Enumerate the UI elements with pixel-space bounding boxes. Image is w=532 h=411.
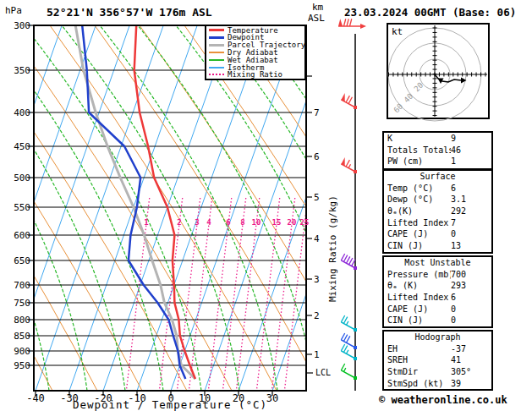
stat-value: 292	[451, 206, 488, 217]
temp-tick-label: -30	[56, 392, 83, 404]
stat-row: Lifted Index7	[384, 217, 491, 229]
most-unstable-box: Most Unstable Pressure (mb)700θₑ (K)293L…	[382, 255, 493, 328]
mixing-ratio-value-label: 20	[285, 218, 299, 227]
temperature-line	[134, 25, 195, 379]
stat-value: 700	[451, 269, 488, 281]
km-tick-label: 2	[314, 310, 320, 321]
stat-label: CAPE (J)	[387, 304, 451, 315]
temp-tick-label: 0	[157, 392, 184, 404]
stat-value: 6	[451, 183, 488, 195]
mixing-ratio-axis-label: Mixing Ratio (g/kg)	[327, 195, 338, 302]
stat-label: CAPE (J)	[387, 228, 451, 240]
wind-barb	[341, 93, 357, 109]
stat-value: 305°	[451, 366, 488, 378]
stat-label: Lifted Index	[387, 217, 451, 229]
pressure-tick-label: 950	[5, 360, 30, 371]
stat-label: EH	[387, 343, 451, 355]
indices-rows: K9Totals Totals46PW (cm)1	[384, 133, 491, 167]
stat-value: -37	[451, 343, 488, 355]
pressure-tick-label: 550	[5, 202, 30, 213]
temperature-line-swatch	[209, 29, 224, 31]
wind-barb	[341, 254, 357, 270]
asl-axis-unit: ASL	[308, 13, 325, 24]
km-tick-label: 5	[314, 192, 320, 203]
stat-value: 0	[451, 304, 488, 315]
stat-row: StmDir305°	[384, 366, 491, 378]
hodograph-unit-label: kt	[392, 26, 403, 37]
hodograph-stats-rows: EH-37SREH41StmDir305°StmSpd (kt)39	[384, 343, 491, 390]
temp-tick-label: 10	[191, 392, 218, 404]
stat-label: θₑ (K)	[387, 280, 451, 292]
stat-label: θₑ(K)	[387, 206, 451, 217]
stat-label: Lifted Index	[387, 292, 451, 304]
temp-tick-label: -20	[90, 392, 117, 404]
stat-row: Temp (°C)6	[384, 183, 491, 195]
dry-adiabat-line-swatch	[209, 52, 224, 53]
km-tick-label: 7	[314, 107, 320, 118]
km-tick-label: 1	[314, 349, 320, 360]
stat-row: Lifted Index6	[384, 292, 491, 304]
stat-value: 7	[451, 217, 488, 229]
km-axis-unit: km	[312, 2, 323, 13]
sounding-page: hPa 52°21'N 356°57'W 176m ASL km ASL 23.…	[0, 0, 532, 411]
stat-value: 293	[451, 280, 488, 292]
stat-label: SREH	[387, 354, 451, 366]
stat-label: Pressure (mb)	[387, 269, 451, 281]
mixing-ratio-value-label: 25	[298, 218, 311, 227]
pressure-tick-label: 650	[5, 255, 30, 266]
stat-row: PW (cm)1	[384, 156, 491, 167]
stat-label: StmSpd (kt)	[387, 378, 451, 390]
stat-label: Dewp (°C)	[387, 194, 451, 206]
stat-row: θₑ (K)293	[384, 280, 491, 292]
stat-label: CIN (J)	[387, 240, 451, 252]
pressure-tick-label: 300	[5, 20, 30, 31]
most-unstable-box-title: Most Unstable	[384, 257, 491, 269]
stat-label: Temp (°C)	[387, 183, 451, 195]
pressure-tick-label: 400	[5, 107, 30, 118]
temp-tick-label: 20	[225, 392, 252, 404]
most-unstable-rows: Pressure (mb)700θₑ (K)293Lifted Index6CA…	[384, 269, 491, 326]
surface-rows: Temp (°C)6Dewp (°C)3.1θₑ(K)292Lifted Ind…	[384, 183, 491, 252]
stat-value: 0	[451, 315, 488, 326]
stat-label: CIN (J)	[387, 315, 451, 326]
stat-row: StmSpd (kt)39	[384, 378, 491, 390]
stat-row: K9	[384, 133, 491, 145]
km-tick-label: 4	[314, 233, 320, 244]
pressure-tick-label: 700	[5, 280, 30, 291]
surface-box: Surface Temp (°C)6Dewp (°C)3.1θₑ(K)292Li…	[382, 169, 493, 254]
pressure-tick-label: 500	[5, 173, 30, 184]
surface-box-title: Surface	[384, 171, 491, 183]
mixing-ratio-value-label: 2	[173, 218, 186, 227]
mixing-ratio-value-label: 10	[250, 218, 263, 227]
stat-row: SREH41	[384, 354, 491, 366]
pressure-tick-label: 600	[5, 230, 30, 241]
pressure-tick-label: 800	[5, 315, 30, 326]
page-title: 52°21'N 356°57'W 176m ASL	[47, 6, 212, 19]
indices-box: K9Totals Totals46PW (cm)1	[382, 131, 493, 170]
hodograph-box-title: Hodograph	[384, 332, 491, 343]
parcel-trajectory-line-swatch	[209, 44, 224, 47]
stat-label: PW (cm)	[387, 156, 451, 167]
stat-value: 41	[451, 354, 488, 366]
mixing-ratio-value-label: 6	[222, 218, 235, 227]
stat-value: 3.1	[451, 194, 488, 206]
stat-row: CIN (J)13	[384, 240, 491, 252]
legend-box: TemperatureDewpointParcel TrajectoryDry …	[205, 25, 306, 80]
stat-value: 9	[451, 133, 488, 145]
mixing-ratio-value-label: 15	[270, 218, 283, 227]
wind-barb	[341, 364, 357, 380]
temp-tick-label: -40	[22, 392, 49, 404]
pressure-unit-label: hPa	[5, 5, 22, 16]
stat-value: 1	[451, 156, 488, 167]
stat-row: Pressure (mb)700	[384, 269, 491, 281]
stat-row: EH-37	[384, 343, 491, 355]
stat-value: 39	[451, 378, 488, 390]
stat-value: 6	[451, 292, 488, 304]
stat-row: CAPE (J)0	[384, 228, 491, 240]
stat-label: StmDir	[387, 366, 451, 378]
km-tick-label: 6	[314, 151, 320, 162]
stat-value: 46	[451, 145, 488, 156]
legend-label: Mixing Ratio	[228, 70, 282, 79]
legend-item: Mixing Ratio	[209, 71, 304, 79]
mixing-ratio-value-label: 1	[140, 218, 153, 227]
